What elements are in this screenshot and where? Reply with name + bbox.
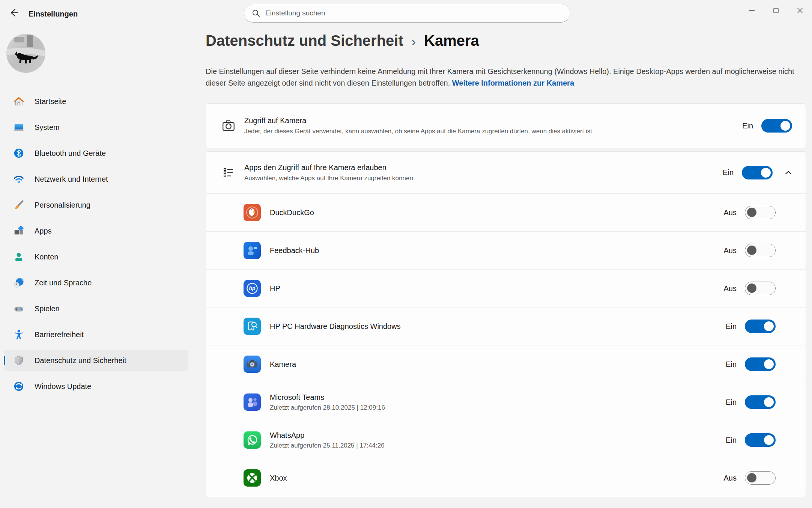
accessibility-icon xyxy=(13,329,25,341)
sidebar-item-label: Spielen xyxy=(35,304,60,313)
back-arrow-icon xyxy=(9,8,19,19)
sidebar-item-label: Personalisierung xyxy=(35,201,90,210)
setting-subtitle: Auswählen, welche Apps auf Ihre Kamera z… xyxy=(244,175,723,182)
sidebar-item-system[interactable]: System xyxy=(4,117,188,138)
sidebar-item-startseite[interactable]: Startseite xyxy=(4,91,188,112)
setting-title: Zugriff auf Kamera xyxy=(244,116,742,125)
settings-search-box[interactable] xyxy=(244,4,570,23)
app-name: Kamera xyxy=(270,360,726,369)
app-last-access: Zuletzt aufgerufen 28.10.2025 | 12:09:16 xyxy=(270,404,726,412)
duckduckgo-icon xyxy=(244,204,261,221)
personalization-brush-icon xyxy=(13,199,25,211)
apps-icon xyxy=(13,225,25,237)
app-row-microsoft-teams: Microsoft Teams Zuletzt aufgerufen 28.10… xyxy=(206,383,806,421)
app-row-whatsapp: WhatsApp Zuletzt aufgerufen 25.11.2025 |… xyxy=(206,421,806,459)
sidebar-item-windows-update[interactable]: Windows Update xyxy=(4,376,188,397)
time-language-icon xyxy=(13,277,25,289)
breadcrumb: Datenschutz und Sicherheit › Kamera xyxy=(206,32,806,49)
app-row-kamera: Kamera Ein xyxy=(206,345,806,383)
sidebar-item-label: System xyxy=(35,123,60,132)
sidebar-item-spielen[interactable]: Spielen xyxy=(4,298,188,319)
sidebar-item-personalisierung[interactable]: Personalisierung xyxy=(4,194,188,216)
maximize-button[interactable] xyxy=(764,0,788,21)
privacy-shield-icon xyxy=(13,354,25,366)
app-name: Xbox xyxy=(270,474,724,482)
sidebar-nav: Startseite System Bluetooth und Geräte N… xyxy=(4,91,188,402)
app-access-state-label: Ein xyxy=(723,168,734,177)
close-button[interactable] xyxy=(788,0,812,21)
windows-update-icon xyxy=(13,380,25,392)
camera-outline-icon xyxy=(221,118,236,133)
whatsapp-icon xyxy=(244,431,261,449)
xbox-toggle[interactable] xyxy=(745,471,776,485)
app-state-label: Aus xyxy=(724,246,737,255)
minimize-icon xyxy=(749,8,755,14)
app-state-label: Aus xyxy=(724,284,737,293)
app-row-hp: hp HP Aus xyxy=(206,269,806,307)
camera-access-toggle[interactable] xyxy=(761,119,792,133)
camera-access-state-label: Ein xyxy=(742,122,753,130)
title-bar: Einstellungen xyxy=(0,0,812,27)
hp-toggle[interactable] xyxy=(745,282,776,295)
app-last-access: Zuletzt aufgerufen 25.11.2025 | 17:44:26 xyxy=(270,442,726,449)
sidebar-item-label: Windows Update xyxy=(35,382,91,391)
app-row-feedback-hub: Feedback-Hub Aus xyxy=(206,231,806,269)
camera-access-card: Zugriff auf Kamera Jeder, der dieses Ger… xyxy=(206,103,806,148)
app-row-hp-diagnostics: HP PC Hardware Diagnostics Windows Ein xyxy=(206,307,806,345)
teams-toggle[interactable] xyxy=(745,395,776,409)
feedback-hub-toggle[interactable] xyxy=(745,244,776,257)
chevron-up-icon xyxy=(784,168,793,177)
whatsapp-toggle[interactable] xyxy=(745,433,776,447)
breadcrumb-parent[interactable]: Datenschutz und Sicherheit xyxy=(206,32,403,49)
app-title: Einstellungen xyxy=(29,10,78,18)
app-name: Microsoft Teams xyxy=(270,393,726,402)
page-title: Kamera xyxy=(424,32,479,49)
breadcrumb-separator-icon: › xyxy=(412,33,416,49)
duckduckgo-toggle[interactable] xyxy=(745,206,776,219)
maximize-icon xyxy=(773,8,779,14)
network-wifi-icon xyxy=(13,173,25,185)
app-name: Feedback-Hub xyxy=(270,246,724,255)
sidebar-item-apps[interactable]: Apps xyxy=(4,220,188,241)
xbox-icon xyxy=(244,469,261,487)
app-access-toggle[interactable] xyxy=(742,166,773,179)
sidebar-item-konten[interactable]: Konten xyxy=(4,246,188,267)
sidebar-item-zeit-sprache[interactable]: Zeit und Sprache xyxy=(4,272,188,293)
sidebar-item-label: Barrierefreiheit xyxy=(35,330,84,339)
search-input[interactable] xyxy=(265,9,562,17)
app-row-duckduckgo: DuckDuckGo Aus xyxy=(206,193,806,231)
app-list-icon xyxy=(221,165,236,180)
feedback-hub-icon xyxy=(244,242,261,259)
app-name: WhatsApp xyxy=(270,431,726,440)
sidebar-item-barrierefreiheit[interactable]: Barrierefreiheit xyxy=(4,324,188,345)
sidebar-item-netzwerk[interactable]: Netzwerk und Internet xyxy=(4,169,188,190)
home-icon xyxy=(13,95,25,107)
window-controls xyxy=(740,0,812,21)
sidebar-item-label: Bluetooth und Geräte xyxy=(35,149,106,158)
hp-icon: hp xyxy=(244,280,261,297)
sidebar-item-datenschutz[interactable]: Datenschutz und Sicherheit xyxy=(4,350,188,371)
sidebar-item-label: Netzwerk und Internet xyxy=(35,175,108,184)
system-icon xyxy=(13,121,25,133)
minimize-button[interactable] xyxy=(740,0,764,21)
back-button[interactable] xyxy=(5,5,23,21)
more-info-link[interactable]: Weitere Informationen zur Kamera xyxy=(452,79,574,87)
sidebar-item-label: Konten xyxy=(35,253,58,261)
sidebar-item-label: Startseite xyxy=(35,97,66,106)
app-state-label: Ein xyxy=(726,360,737,369)
kamera-toggle[interactable] xyxy=(745,357,776,371)
app-access-card: Apps den Zugriff auf Ihre Kamera erlaube… xyxy=(206,151,806,497)
collapse-button[interactable] xyxy=(781,165,796,180)
camera-access-text: Zugriff auf Kamera Jeder, der dieses Ger… xyxy=(244,116,742,135)
app-name: HP PC Hardware Diagnostics Windows xyxy=(270,322,726,331)
app-name: HP xyxy=(270,284,724,293)
hp-diagnostics-toggle[interactable] xyxy=(745,320,776,333)
app-state-label: Ein xyxy=(726,436,737,445)
camera-access-row: Zugriff auf Kamera Jeder, der dieses Ger… xyxy=(206,104,806,148)
search-icon xyxy=(252,9,260,17)
bluetooth-icon xyxy=(13,147,25,159)
sidebar-item-bluetooth[interactable]: Bluetooth und Geräte xyxy=(4,143,188,164)
sidebar-item-label: Datenschutz und Sicherheit xyxy=(35,356,126,365)
sidebar-item-label: Apps xyxy=(35,227,52,235)
app-state-label: Aus xyxy=(724,474,737,482)
